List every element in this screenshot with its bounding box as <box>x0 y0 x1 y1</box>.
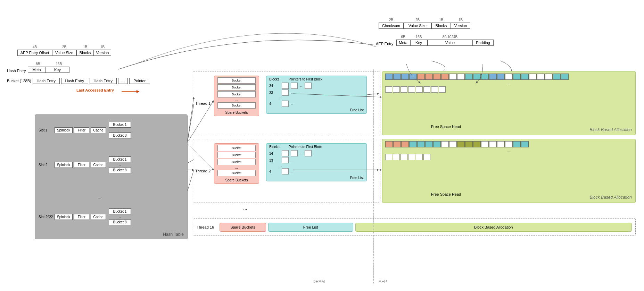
field-aep-offset: AEP Entry Offset <box>17 50 52 56</box>
t2-blk-w2 <box>449 141 457 147</box>
t1-fl-33-b1 <box>282 89 289 96</box>
tr-dim-6b: 6B <box>396 35 410 39</box>
tr-value: Value <box>428 40 473 46</box>
slot2-label: Slot 2 <box>39 163 53 167</box>
t2-blk-w5 <box>497 141 505 147</box>
dim-1b-1: 1B <box>76 45 94 49</box>
t2-bucket-2: Bucket <box>217 152 256 158</box>
slot2-cache: Cache <box>91 162 106 168</box>
thread1-block-alloc: ... Free Space Head Block Based Allocati… <box>382 71 636 135</box>
t1-blk-t1 <box>465 74 473 80</box>
slot1-bucket1: Bucket 1 <box>109 122 131 128</box>
slot1-filter: Filter <box>74 127 89 133</box>
t1-blk-t4 <box>513 74 521 80</box>
thread2-block-alloc: ... Free Space Head Block Based Allocati… <box>382 139 636 203</box>
t1-blk-t7 <box>561 74 569 80</box>
t2-blk-t4 <box>433 141 441 147</box>
thread2-label: Thread 2 <box>195 169 210 173</box>
t1-blk-o3 <box>433 74 441 80</box>
last-accessed-arrow <box>122 88 142 99</box>
t1-fl-34-last <box>305 83 312 89</box>
bucket-field-3: Hash Entry <box>90 78 117 84</box>
t1-sm-1 <box>385 86 392 93</box>
slot-last-filter: Filter <box>74 214 89 220</box>
t1-blk-w6 <box>545 74 553 80</box>
t1-sm-6 <box>423 86 430 93</box>
t1-fl-label: Free List <box>269 108 364 112</box>
thread2-spare-buckets: Bucket Bucket Bucket ... Bucket Spare Bu… <box>214 143 259 184</box>
t2-fl-33-dots: ... <box>291 159 294 162</box>
t1-block-alloc-label: Block Based Allocation <box>589 127 632 132</box>
thread1-label: Thread 1 <box>195 101 210 105</box>
t2-fl-34-b2 <box>291 150 298 156</box>
slot-last-label: Slot 2^22 <box>39 215 53 219</box>
t2-blk-w3 <box>481 141 489 147</box>
t2-blk-o1 <box>385 141 393 147</box>
t2-blk-t6 <box>521 141 529 147</box>
slot2-dots: ... <box>109 163 131 166</box>
hash-key: Key <box>45 67 69 73</box>
t1-fl-33-dots: ... <box>291 91 294 94</box>
t2-free-space-head: Free Space Head <box>431 192 461 196</box>
t2-fl-34-b1 <box>282 150 289 156</box>
hash-table: Slot 1 Spinlock Filter Cache Bucket 1 ..… <box>35 114 188 239</box>
t1-blk-b6 <box>497 74 505 80</box>
t2-fl-4-dots: ... <box>291 170 294 173</box>
t1-blk-w4 <box>529 74 537 80</box>
slot1-dots: ... <box>109 128 131 132</box>
t2-blk-o3 <box>401 141 409 147</box>
t1-bucket-dots: ... <box>235 98 238 102</box>
t2-sm-1 <box>385 154 392 160</box>
t1-fl-34: 34 <box>269 84 280 88</box>
top-right-structure: 2B 2B 1B 1B Checksum Value Size Blocks V… <box>376 18 494 46</box>
t2-fl-33: 33 <box>269 159 280 162</box>
slot1-label: Slot 1 <box>39 128 53 132</box>
thread16-label: Thread 16 <box>197 225 214 229</box>
t2-sm-5 <box>416 154 423 160</box>
t2-sm-3 <box>401 154 407 160</box>
t2-blk-ol3 <box>473 141 481 147</box>
t1-fl-34-b1 <box>282 83 289 89</box>
t2-blk-w1 <box>441 141 449 147</box>
tr-dim-2b-2: 2B <box>404 18 431 22</box>
tr-padding: Padding <box>473 40 494 46</box>
t1-blk-b5 <box>489 74 497 80</box>
slot1-bucket8: Bucket 8 <box>109 132 131 138</box>
bucket-field-2: Hash Entry <box>61 78 88 84</box>
t1-sm-3 <box>401 86 407 93</box>
t1-blk-t5 <box>521 74 529 80</box>
t2-spare-label: Spare Buckets <box>225 178 248 182</box>
dim-1b-2: 1B <box>94 45 111 49</box>
bucket-label: Bucket (128B) <box>7 79 31 83</box>
t2-blk-ol2 <box>465 141 473 147</box>
slot2-filter: Filter <box>74 162 89 168</box>
t1-fl-blocks-hdr: Blocks <box>269 77 287 81</box>
t1-sm-4 <box>408 86 415 93</box>
t1-blk-t3 <box>481 74 489 80</box>
t2-fl-label: Free List <box>269 176 364 180</box>
tr-dim-1b-2: 1B <box>451 18 470 22</box>
t1-blk-b1 <box>385 74 393 80</box>
t1-sm-5 <box>416 86 423 93</box>
t1-fl-34-dots: ... <box>300 84 303 87</box>
tr-key: Key <box>410 40 428 46</box>
bucket-field-dots: ... <box>118 78 128 84</box>
diagram-container: 4B 2B 1B 1B AEP Entry Offset Value Size … <box>0 0 644 291</box>
t2-sm-4 <box>408 154 415 160</box>
field-blocks: Blocks <box>76 50 94 56</box>
thread16-spare: Spare Buckets <box>220 223 266 232</box>
slot-last-cache: Cache <box>91 214 106 220</box>
dim-16b: 16B <box>47 62 71 66</box>
hash-table-label: Hash Table <box>163 232 184 237</box>
slot1-spinlock: Spinlock <box>55 127 73 133</box>
t2-blk-t1 <box>409 141 417 147</box>
bucket-pointer: Pointer <box>129 78 150 84</box>
t2-fl-rows-dots: ... <box>280 164 364 168</box>
t2-sm-2 <box>393 154 400 160</box>
t1-blk-o4 <box>441 74 449 80</box>
tr-dim-range: 80-1024B <box>428 35 473 39</box>
t2-blk-t2 <box>417 141 425 147</box>
field-value-size: Value Size <box>52 50 76 56</box>
t1-sm-8 <box>439 86 446 93</box>
t2-blk-t3 <box>425 141 433 147</box>
